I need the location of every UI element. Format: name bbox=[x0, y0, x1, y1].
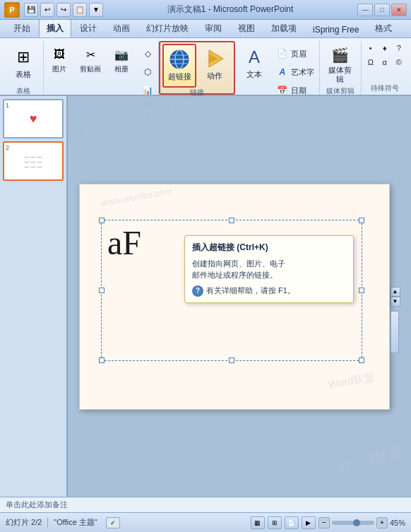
tooltip-popup: 插入超链接 (Ctrl+K) 创建指向网页、图片、电子邮件地址或程序的链接。 ?… bbox=[184, 235, 354, 303]
ribbon-tabs: 开始 插入 设计 动画 幻灯片放映 审阅 视图 加载项 iSpring Free… bbox=[0, 20, 411, 38]
zoom-thumb[interactable] bbox=[353, 519, 360, 526]
handle-bl[interactable] bbox=[99, 357, 105, 363]
clipart-icon: ✂ bbox=[81, 45, 100, 64]
table-button[interactable]: ⊞ 表格 bbox=[6, 42, 40, 86]
ribbon-group-link: 超链接 动作 链接 bbox=[159, 41, 235, 95]
status-divider-1 bbox=[47, 518, 48, 528]
tooltip-desc: 创建指向网页、图片、电子邮件地址或程序的链接。 bbox=[192, 258, 346, 281]
ribbon-group-media: 🎬 媒体剪辑 媒体剪辑 bbox=[320, 41, 361, 95]
tooltip-title: 插入超链接 (Ctrl+K) bbox=[192, 242, 346, 254]
save-quick-btn[interactable]: 💾 bbox=[24, 3, 38, 17]
zoom-control: − + 45% bbox=[318, 517, 405, 528]
tooltip-help-text: 有关详细帮助，请按 F1。 bbox=[206, 285, 295, 296]
scroll-down-button[interactable]: ▼ bbox=[391, 297, 400, 307]
ribbon-group-images: 🖼 图片 ✂ 剪贴画 📷 相册 ◇ ⬡ 📊 bbox=[44, 41, 159, 95]
tab-view[interactable]: 视图 bbox=[230, 19, 263, 37]
watermark-brand: Word联盟 bbox=[337, 443, 405, 476]
hyperlink-button[interactable]: 超链接 bbox=[162, 44, 196, 88]
clipart-button[interactable]: ✂ 剪贴画 bbox=[76, 42, 105, 83]
table-label: 表格 bbox=[16, 70, 31, 79]
spelling-check-indicator[interactable]: ✓ bbox=[106, 517, 120, 528]
media-icon: 🎬 bbox=[328, 45, 353, 66]
smartart-button[interactable]: ⬡ bbox=[138, 64, 157, 81]
slidesorter-view-button[interactable]: ⊞ bbox=[268, 516, 282, 529]
tab-slideshow[interactable]: 幻灯片放映 bbox=[138, 19, 196, 37]
scroll-thumb[interactable] bbox=[391, 311, 399, 353]
handle-tl[interactable] bbox=[99, 218, 105, 223]
tab-animation[interactable]: 动画 bbox=[105, 19, 138, 37]
picture-icon: 🖼 bbox=[49, 45, 69, 64]
wordart-icon: A bbox=[276, 66, 289, 78]
date-icon: 📅 bbox=[276, 84, 289, 97]
scrollbar-vertical[interactable]: ▲ ▼ bbox=[390, 287, 400, 307]
zoom-minus-button[interactable]: − bbox=[318, 517, 330, 528]
handle-br[interactable] bbox=[359, 357, 364, 363]
status-bar: 幻灯片 2/2 "Office 主题" ✓ ▦ ⊞ 📄 ▶ − + 45% bbox=[0, 512, 411, 532]
scroll-up-button[interactable]: ▲ bbox=[391, 287, 400, 297]
tab-ispring[interactable]: iSpring Free bbox=[305, 21, 367, 37]
theme-name: "Office 主题" bbox=[54, 517, 97, 528]
watermark-url: www.wordlm.com bbox=[82, 96, 197, 138]
picture-button[interactable]: 🖼 图片 bbox=[44, 42, 74, 83]
handle-mr[interactable] bbox=[359, 288, 364, 293]
reading-view-button[interactable]: 📄 bbox=[285, 516, 299, 529]
ribbon-group-symbols: • ♦ ? Ω α © 待殊符号 bbox=[362, 41, 408, 95]
handle-ml[interactable] bbox=[99, 288, 105, 293]
notes-bar[interactable]: 单击此处添加备注 bbox=[0, 497, 411, 512]
symbol-btn-5[interactable]: α bbox=[379, 57, 391, 69]
symbol-btn-2[interactable]: ♦ bbox=[379, 42, 391, 55]
main-area: 1 ♥ 2 — — —— — —— — — www.wordlm.com Wor… bbox=[0, 96, 411, 497]
ribbon-group-text: A 文本 📄 页眉 A 艺术字 📅 日期 文本 bbox=[235, 41, 320, 95]
media-clip-button[interactable]: 🎬 媒体剪辑 bbox=[323, 42, 357, 86]
wordart-button[interactable]: A 艺术字 bbox=[273, 64, 318, 81]
undo-quick-btn[interactable]: ↩ bbox=[40, 3, 54, 17]
symbol-btn-6[interactable]: © bbox=[393, 57, 405, 69]
tab-design[interactable]: 设计 bbox=[72, 19, 105, 37]
symbol-btn-4[interactable]: Ω bbox=[364, 57, 377, 69]
zoom-plus-button[interactable]: + bbox=[376, 517, 388, 528]
tab-review[interactable]: 审阅 bbox=[197, 19, 230, 37]
handle-bm[interactable] bbox=[229, 357, 234, 363]
textbox-button[interactable]: A 文本 bbox=[237, 42, 271, 86]
shapes-icon: ◇ bbox=[141, 47, 154, 60]
slides-panel: 1 ♥ 2 — — —— — —— — — bbox=[0, 96, 68, 497]
shapes-button[interactable]: ◇ bbox=[138, 45, 157, 62]
clipart-label: 剪贴画 bbox=[80, 64, 101, 74]
symbol-btn-1[interactable]: • bbox=[364, 42, 377, 55]
tab-addins[interactable]: 加载项 bbox=[263, 19, 304, 37]
smartart-icon: ⬡ bbox=[141, 66, 154, 78]
zoom-slider[interactable] bbox=[332, 521, 374, 525]
window-title: 演示文稿1 - Microsoft PowerPoint bbox=[103, 4, 357, 16]
tab-format[interactable]: 格式 bbox=[367, 19, 400, 37]
paste-quick-btn[interactable]: 📋 bbox=[73, 3, 87, 17]
slide-thumb-content-2: — — —— — —— — — bbox=[25, 154, 42, 169]
album-icon: 📷 bbox=[112, 45, 131, 64]
ribbon-body: ⊞ 表格 表格 🖼 图片 ✂ 剪贴画 📷 相册 ◇ bbox=[0, 38, 411, 96]
slide-thumb-1[interactable]: 1 ♥ bbox=[3, 99, 64, 138]
action-button[interactable]: 动作 bbox=[198, 44, 232, 88]
slide-thumb-2[interactable]: 2 — — —— — —— — — bbox=[3, 141, 64, 181]
handle-tm[interactable] bbox=[229, 218, 234, 223]
app-logo: P bbox=[4, 2, 20, 18]
help-icon: ? bbox=[192, 285, 203, 297]
normal-view-button[interactable]: ▦ bbox=[251, 516, 265, 529]
tab-home[interactable]: 开始 bbox=[6, 19, 38, 37]
header-footer-button[interactable]: 📄 页眉 bbox=[273, 45, 318, 62]
menu-quick-btn[interactable]: ▼ bbox=[89, 3, 103, 17]
textbox-icon: A bbox=[242, 45, 267, 70]
symbol-btn-3[interactable]: ? bbox=[393, 42, 405, 55]
slide-canvas[interactable]: www.wordlm.com Word联盟 Word联盟 aF 插入超链接 (C… bbox=[79, 184, 390, 410]
close-button[interactable]: ✕ bbox=[391, 4, 407, 16]
action-icon bbox=[202, 46, 227, 71]
album-button[interactable]: 📷 相册 bbox=[107, 42, 136, 83]
minimize-button[interactable]: — bbox=[357, 4, 373, 16]
canvas-area[interactable]: www.wordlm.com Word联盟 Word联盟 www.wordlm.… bbox=[68, 96, 411, 497]
tab-insert[interactable]: 插入 bbox=[39, 19, 71, 37]
handle-tr[interactable] bbox=[359, 218, 364, 223]
hyperlink-label: 超链接 bbox=[168, 72, 191, 81]
redo-quick-btn[interactable]: ↪ bbox=[56, 3, 71, 17]
maximize-button[interactable]: □ bbox=[374, 4, 390, 16]
chart-icon: 📊 bbox=[141, 84, 154, 97]
slideshow-view-button[interactable]: ▶ bbox=[302, 516, 316, 529]
textbox-label: 文本 bbox=[246, 70, 262, 79]
